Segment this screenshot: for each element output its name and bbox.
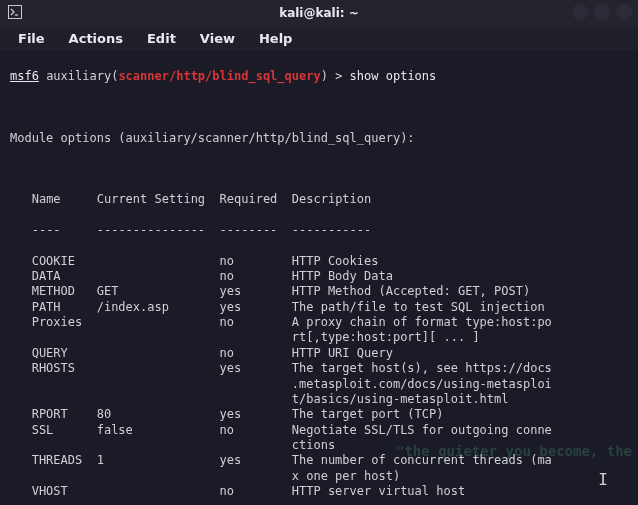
prompt-aux: auxiliary( [39,69,118,83]
prompt-close: ) > [321,69,350,83]
options-underline: ---- --------------- -------- ----------… [10,223,628,238]
menu-edit[interactable]: Edit [137,29,186,48]
option-row: RHOSTS yes The target host(s), see https… [10,361,628,376]
option-row-cont: ctions [10,438,628,453]
prompt-line-1: msf6 auxiliary(scanner/http/blind_sql_qu… [10,69,628,84]
option-row: RPORT 80 yes The target port (TCP) [10,407,628,422]
menu-view[interactable]: View [190,29,245,48]
window-title: kali@kali: ~ [279,6,359,20]
maximize-button[interactable] [594,4,610,20]
command-entered: show options [350,69,437,83]
col-required: Required [220,192,278,206]
menubar: File Actions Edit View Help [0,26,638,50]
options-header: Name Current Setting Required Descriptio… [10,192,628,207]
prompt-module: scanner/http/blind_sql_query [118,69,320,83]
window-controls [572,4,632,20]
menu-actions[interactable]: Actions [59,29,133,48]
option-row: VHOST no HTTP server virtual host [10,484,628,499]
option-row: Proxies no A proxy chain of format type:… [10,315,628,330]
option-row-cont: .metasploit.com/docs/using-metasploi [10,377,628,392]
option-row: PATH /index.asp yes The path/file to tes… [10,300,628,315]
module-options-header: Module options (auxiliary/scanner/http/b… [10,131,628,146]
option-row: SSL false no Negotiate SSL/TLS for outgo… [10,423,628,438]
option-row-cont: rt[,type:host:port][ ... ] [10,330,628,345]
option-row: COOKIE no HTTP Cookies [10,254,628,269]
option-row: QUERY no HTTP URI Query [10,346,628,361]
option-row: THREADS 1 yes The number of concurrent t… [10,453,628,468]
menu-help[interactable]: Help [249,29,302,48]
menu-file[interactable]: File [8,29,55,48]
svg-rect-0 [9,5,22,18]
option-row: METHOD GET yes HTTP Method (Accepted: GE… [10,284,628,299]
col-current: Current Setting [97,192,205,206]
terminal-icon [8,5,22,22]
option-row-cont: t/basics/using-metasploit.html [10,392,628,407]
col-description: Description [292,192,371,206]
option-row: DATA no HTTP Body Data [10,269,628,284]
col-name: Name [32,192,61,206]
terminal-output[interactable]: msf6 auxiliary(scanner/http/blind_sql_qu… [0,50,638,505]
options-table: COOKIE no HTTP Cookies DATA no HTTP Body… [10,254,628,500]
prompt-prefix: msf6 [10,69,39,83]
option-row-cont: x one per host) [10,469,628,484]
minimize-button[interactable] [572,4,588,20]
titlebar: kali@kali: ~ [0,0,638,26]
close-button[interactable] [616,4,632,20]
